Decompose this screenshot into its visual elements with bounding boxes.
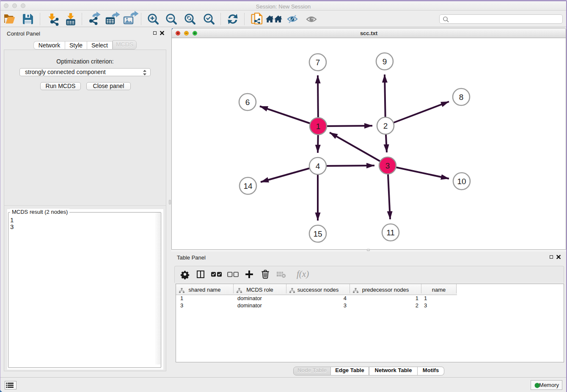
svg-text:14: 14 <box>243 182 253 190</box>
svg-text:1: 1 <box>316 122 321 131</box>
svg-text:9: 9 <box>383 57 387 66</box>
svg-text:2: 2 <box>383 121 388 130</box>
svg-text:11: 11 <box>386 228 395 237</box>
svg-text:8: 8 <box>459 93 464 102</box>
svg-text:3: 3 <box>385 161 390 170</box>
svg-text:10: 10 <box>457 177 466 186</box>
svg-text:f(x): f(x) <box>297 269 309 279</box>
svg-text:7: 7 <box>316 58 320 67</box>
svg-text:4: 4 <box>316 162 320 171</box>
svg-text:6: 6 <box>245 98 250 107</box>
svg-text:15: 15 <box>313 229 322 238</box>
